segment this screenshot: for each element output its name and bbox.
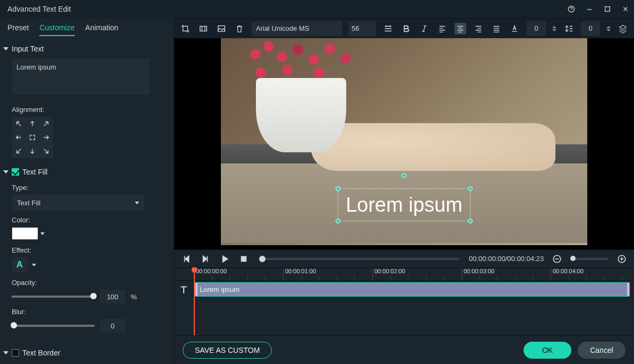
zoom-in-icon[interactable] [616,253,628,265]
next-frame-icon[interactable] [200,253,211,265]
chevron-down-icon[interactable] [32,264,36,266]
line-height-icon[interactable] [563,23,575,34]
layers-icon[interactable] [617,23,629,34]
opacity-value[interactable]: 100 [100,290,125,304]
text-track-icon [174,281,194,298]
timeline-clip[interactable]: Lorem ipsum [195,282,630,297]
ruler-tick: 00:00:02:00 [372,268,405,280]
chevron-down-icon [135,202,139,204]
ruler-tick: 00:00:01:00 [283,268,316,280]
prev-frame-icon[interactable] [181,253,192,265]
zoom-out-icon[interactable] [551,253,563,265]
section-input-text: Input Text [12,45,44,53]
align-right-icon[interactable] [473,23,484,34]
char-spacing-value[interactable]: 0 [527,21,546,36]
blur-label: Blur: [12,308,166,316]
section-text-border: Text Border [22,349,61,357]
text-overlay[interactable]: Lorem ipsum [338,188,470,221]
align-bottom[interactable] [25,144,39,158]
collapse-icon[interactable] [3,170,8,174]
text-border-checkbox[interactable] [12,349,19,357]
char-spacing-stepper[interactable] [552,26,556,31]
tab-animation[interactable]: Animation [85,23,118,36]
crop-icon[interactable] [179,23,191,34]
type-dropdown[interactable]: Text Fill [12,195,144,211]
ruler-tick: 00:00:03:00 [461,268,494,280]
window-title: Advanced Text Edit [4,5,71,13]
align-bottom-left[interactable] [12,144,25,158]
spacing-icon[interactable] [382,23,394,34]
save-custom-button[interactable]: SAVE AS CUSTOM [183,342,272,359]
align-left-icon[interactable] [436,23,448,34]
playhead[interactable] [194,267,195,335]
ruler-tick: 00:00:04:00 [551,268,584,280]
section-text-fill: Text Fill [22,168,47,176]
align-left[interactable] [12,131,25,144]
time-display: 00:00:00:00/00:00:04:23 [469,255,544,263]
ratio-icon[interactable] [198,23,209,34]
text-fill-checkbox[interactable] [12,168,19,176]
close-icon[interactable] [621,5,630,13]
text-color-icon[interactable] [509,23,520,34]
svg-rect-2 [200,26,207,31]
align-center[interactable] [25,131,39,144]
overlay-text: Lorem ipsum [346,194,462,216]
minimize-icon[interactable] [585,5,594,13]
blur-slider[interactable] [12,325,95,327]
align-top-left[interactable] [12,117,25,131]
color-swatch[interactable] [12,227,38,240]
bold-icon[interactable] [400,23,412,34]
font-size-dropdown[interactable]: 56 [348,21,376,36]
text-input[interactable]: Lorem ipsum [12,58,150,94]
zoom-slider[interactable] [570,258,609,260]
type-label: Type: [12,184,166,192]
blur-value[interactable]: 0 [100,319,125,333]
collapse-icon[interactable] [3,47,8,50]
delete-icon[interactable] [234,23,245,34]
align-center-icon[interactable] [455,23,466,34]
alignment-label: Alignment: [12,106,166,114]
svg-rect-4 [242,256,246,261]
maximize-icon[interactable] [603,5,612,13]
chevron-down-icon[interactable] [40,232,45,235]
svg-rect-1 [605,7,610,12]
font-dropdown[interactable]: Arial Unicode MS [252,21,342,36]
play-icon[interactable] [219,253,230,265]
align-top[interactable] [25,117,39,131]
italic-icon[interactable] [418,23,430,34]
seek-slider[interactable] [259,258,459,260]
line-spacing-stepper[interactable] [606,26,611,31]
align-justify-icon[interactable] [491,23,502,34]
opacity-slider[interactable] [12,296,95,298]
alignment-grid [12,117,53,158]
align-top-right[interactable] [39,117,53,131]
color-label: Color: [12,216,166,224]
tab-customize[interactable]: Customize [39,23,74,36]
image-icon[interactable] [216,23,227,34]
ok-button[interactable]: OK [524,342,571,359]
stop-icon[interactable] [238,253,250,265]
align-right[interactable] [39,131,53,144]
opacity-unit: % [131,293,137,301]
timeline-ruler[interactable]: 00:00:00:0000:00:01:0000:00:02:0000:00:0… [174,267,634,280]
opacity-label: Opacity: [12,279,166,287]
help-icon[interactable] [567,5,576,13]
effect-preview[interactable]: A [12,257,28,272]
align-bottom-right[interactable] [39,144,53,158]
tab-preset[interactable]: Preset [7,23,29,36]
collapse-icon[interactable] [3,351,8,354]
preview-canvas[interactable]: Lorem ipsum [174,38,634,249]
ruler-tick: 00:00:00:00 [194,268,227,280]
line-spacing-value[interactable]: 0 [581,21,600,36]
effect-label: Effect: [12,246,166,254]
cancel-button[interactable]: Cancel [578,342,626,359]
